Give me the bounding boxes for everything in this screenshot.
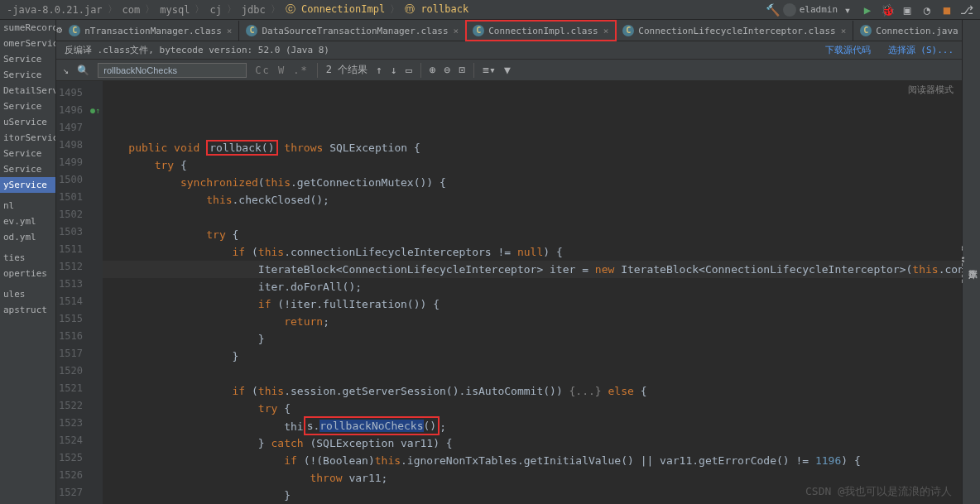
sidebar-item[interactable]: Service — [0, 98, 55, 114]
line-number[interactable]: 1523 — [56, 415, 88, 432]
git-icon[interactable]: ⎇ — [959, 2, 974, 17]
coverage-icon[interactable]: ▣ — [900, 2, 915, 17]
code-line[interactable]: try { — [103, 400, 962, 417]
breadcrumb-item[interactable]: -java-8.0.21.jar — [3, 4, 106, 16]
code-line[interactable]: try { — [103, 226, 962, 243]
line-number[interactable]: 1502 — [56, 206, 88, 223]
profile-icon[interactable]: ◔ — [920, 2, 934, 17]
sidebar-item[interactable]: uService — [0, 114, 55, 130]
breadcrumb-item[interactable]: mysql — [156, 4, 193, 16]
remove-selection-icon[interactable]: ⊖ — [444, 64, 451, 76]
sidebar-item[interactable]: Service — [0, 51, 55, 67]
sidebar-item[interactable]: nl — [0, 198, 55, 214]
stop-icon[interactable]: ■ — [939, 2, 954, 17]
sidebar-item[interactable]: ev.yml — [0, 214, 55, 229]
funnel-icon[interactable]: ▼ — [504, 64, 511, 76]
code-line[interactable]: if (!(Boolean)this.ignoreNonTxTables.get… — [103, 452, 962, 469]
line-number[interactable]: 1503 — [56, 223, 88, 241]
run-config-label[interactable]: eladmin — [800, 4, 838, 15]
sidebar-item[interactable]: omerService — [0, 36, 55, 51]
find-next-icon[interactable]: ↓ — [391, 64, 397, 76]
sidebar-item[interactable]: yService — [0, 177, 55, 193]
breadcrumb-item[interactable]: ⓒ ConnectionImpl — [282, 2, 388, 17]
close-icon[interactable]: × — [841, 26, 847, 36]
sidebar-item[interactable]: ules — [0, 286, 55, 302]
breadcrumb-item[interactable]: ⓜ rollback — [401, 2, 472, 17]
add-selection-icon[interactable]: ⊕ — [430, 64, 436, 76]
sidebar-item[interactable]: Service — [0, 146, 55, 161]
code-line[interactable] — [103, 209, 962, 226]
debug-icon[interactable]: 🐞 — [880, 2, 895, 17]
line-number[interactable]: 1513 — [56, 276, 88, 293]
find-prev-icon[interactable]: ↑ — [376, 64, 382, 76]
sidebar-item[interactable]: operties — [0, 266, 55, 281]
code-line[interactable]: } catch (SQLException var11) { — [103, 434, 962, 452]
line-number[interactable]: 1511 — [56, 241, 88, 258]
breadcrumb-item[interactable]: cj — [206, 4, 224, 16]
sidebar-item[interactable]: apstruct — [0, 302, 55, 318]
code-line[interactable]: public void rollback() throws SQLExcepti… — [103, 139, 962, 156]
code-line[interactable]: this.rollbackNoChecks(); — [103, 417, 962, 434]
editor-tab[interactable]: Connection.java× — [853, 21, 962, 41]
avatar[interactable] — [783, 3, 796, 17]
code-line[interactable]: if (this.connectionLifecycleInterceptors… — [103, 243, 962, 261]
sidebar-item[interactable]: DetailService — [0, 83, 55, 98]
find-options[interactable]: Cc W .* — [255, 65, 309, 76]
sidebar-item[interactable]: ties — [0, 250, 55, 266]
filter-icon[interactable]: ≡▾ — [483, 64, 496, 76]
code-line[interactable]: IterateBlock<ConnectionLifecycleIntercep… — [103, 261, 962, 278]
hammer-icon[interactable]: 🔨 — [766, 2, 781, 17]
gear-icon[interactable]: ⚙ — [56, 20, 62, 41]
editor-tab[interactable]: ConnectionLifecycleInterceptor.class× — [616, 21, 853, 41]
code-editor[interactable]: 1495149614971498149915001501150215031511… — [56, 81, 962, 504]
line-number[interactable]: 1526 — [56, 467, 88, 484]
select-all-icon[interactable]: ▭ — [406, 64, 412, 76]
download-sources-link[interactable]: 下载源代码 — [825, 45, 871, 55]
code-line[interactable]: this.checkClosed(); — [103, 191, 962, 209]
line-number[interactable]: 1512 — [56, 258, 88, 276]
find-input[interactable] — [98, 63, 247, 78]
sidebar-item[interactable]: od.yml — [0, 229, 55, 245]
sidebar-item[interactable]: itorService — [0, 130, 55, 146]
close-icon[interactable]: × — [454, 26, 459, 36]
line-number[interactable]: 1524 — [56, 432, 88, 449]
select-occurrences-icon[interactable]: ⊡ — [459, 64, 465, 76]
line-number[interactable]: 1527 — [56, 484, 88, 502]
right-toolwindow-bar[interactable]: 数据库 m Maven — [962, 20, 980, 504]
reader-mode-label[interactable]: 阅读器模式 — [908, 84, 954, 96]
code-line[interactable]: try { — [103, 156, 962, 174]
line-number[interactable]: 1521 — [56, 380, 88, 397]
code-line[interactable]: if (this.session.getServerSession().isAu… — [103, 382, 962, 400]
line-number[interactable]: 1495 — [56, 84, 88, 102]
breadcrumb-item[interactable]: jdbc — [238, 4, 269, 16]
code-line[interactable]: return; — [103, 313, 962, 330]
line-number[interactable]: 1515 — [56, 310, 88, 328]
close-icon[interactable]: × — [603, 26, 609, 36]
choose-sources-link[interactable]: 选择源 (S)... — [888, 45, 954, 55]
editor-tab[interactable]: DataSourceTransactionManager.class× — [239, 21, 466, 41]
line-number[interactable]: 1500 — [56, 171, 88, 189]
line-number[interactable]: 1525 — [56, 449, 88, 467]
line-number[interactable]: 1501 — [56, 189, 88, 206]
chevron-down-icon[interactable]: ▾ — [840, 2, 855, 17]
line-number[interactable]: 1496 — [56, 102, 88, 119]
sidebar-item[interactable]: Service — [0, 161, 55, 177]
code-line[interactable]: } — [103, 330, 962, 348]
line-number[interactable]: 1522 — [56, 397, 88, 415]
code-line[interactable]: iter.doForAll(); — [103, 278, 962, 295]
line-number[interactable]: 1498 — [56, 137, 88, 154]
code-line[interactable] — [103, 365, 962, 382]
sidebar-item[interactable]: sumeRecord — [0, 20, 55, 36]
breadcrumb-item[interactable]: com — [119, 4, 144, 16]
close-icon[interactable]: × — [227, 26, 233, 36]
line-number[interactable]: 1497 — [56, 119, 88, 137]
editor-tab[interactable]: nTransactionManager.class× — [62, 21, 239, 41]
database-tool-label[interactable]: 数据库 — [966, 25, 978, 499]
line-number[interactable]: 1517 — [56, 345, 88, 362]
code-line[interactable] — [103, 122, 962, 139]
editor-tab[interactable]: ConnectionImpl.class× — [466, 21, 616, 41]
sidebar-item[interactable]: Service — [0, 67, 55, 83]
close-icon[interactable]: ↘ — [63, 65, 69, 76]
code-line[interactable]: synchronized(this.getConnectionMutex()) … — [103, 174, 962, 191]
code-line[interactable]: if (!iter.fullIteration()) { — [103, 295, 962, 313]
